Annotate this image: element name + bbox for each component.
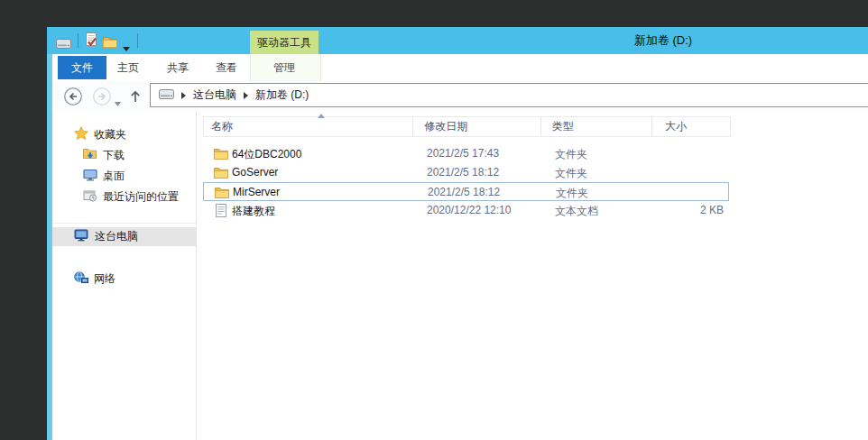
navigation-pane: 收藏夹 下载 桌面 最 <box>52 112 197 440</box>
folder-icon <box>215 186 229 202</box>
star-icon <box>74 126 88 142</box>
drive-icon[interactable] <box>56 36 71 52</box>
folder-icon <box>214 147 228 163</box>
desktop: 驱动器工具 新加卷 (D:) 文件 主页 共享 查看 管理 <box>0 0 868 440</box>
history-caret-icon[interactable] <box>115 94 121 110</box>
sidebar-item-favorites[interactable]: 收藏夹 <box>52 124 196 144</box>
sidebar-item-network[interactable]: 网络 <box>52 269 196 289</box>
explorer-window: 驱动器工具 新加卷 (D:) 文件 主页 共享 查看 管理 <box>47 27 868 440</box>
recent-places-icon <box>83 189 97 205</box>
tab-home[interactable]: 主页 <box>117 54 139 81</box>
this-pc-icon <box>74 229 89 244</box>
file-name: GoServer <box>232 166 278 179</box>
file-row-搭建教程[interactable]: 搭建教程 2020/12/22 12:10 文本文档 2 KB <box>203 201 729 220</box>
file-row-MirServer[interactable]: MirServer 2021/2/5 18:12 文件夹 <box>203 182 729 201</box>
up-icon[interactable] <box>129 88 142 108</box>
breadcrumb-chevron-icon[interactable] <box>244 89 248 102</box>
desktop-icon <box>83 169 97 184</box>
column-headers: 名称 修改日期 类型 大小 <box>203 116 731 137</box>
file-size: 2 KB <box>700 204 724 216</box>
contextual-tab-drive-tools[interactable]: 驱动器工具 <box>250 31 319 54</box>
forward-icon[interactable] <box>92 87 112 110</box>
sidebar-item-label: 网络 <box>94 271 115 287</box>
column-header-type[interactable]: 类型 <box>541 117 653 136</box>
file-type: 文件夹 <box>555 147 587 162</box>
qat-separator <box>137 33 138 48</box>
column-header-name[interactable]: 名称 <box>204 117 413 136</box>
breadcrumb-this-pc[interactable]: 这台电脑 <box>193 87 236 103</box>
file-date: 2021/2/5 18:12 <box>428 186 500 198</box>
file-row-GoServer[interactable]: GoServer 2021/2/5 18:12 文件夹 <box>203 163 729 182</box>
qat-separator <box>78 33 78 48</box>
file-list: 名称 修改日期 类型 大小 64位DBC2000 2021/2/5 17:43 … <box>197 112 868 440</box>
sidebar-group-divider <box>52 223 196 224</box>
file-name: 搭建教程 <box>232 204 275 219</box>
main-content: 收藏夹 下载 桌面 最 <box>52 112 868 440</box>
file-date: 2020/12/22 12:10 <box>427 204 511 216</box>
tab-view[interactable]: 查看 <box>216 54 237 81</box>
ribbon-tab-row: 文件 主页 共享 查看 管理 <box>52 54 868 81</box>
titlebar: 驱动器工具 新加卷 (D:) <box>47 27 868 54</box>
sort-ascending-icon <box>318 114 325 118</box>
file-row-64位DBC2000[interactable]: 64位DBC2000 2021/2/5 17:43 文件夹 <box>203 144 729 163</box>
file-date: 2021/2/5 18:12 <box>427 166 499 179</box>
tab-manage[interactable]: 管理 <box>273 54 295 81</box>
folder-icon[interactable] <box>103 35 117 51</box>
sidebar-item-label: 收藏夹 <box>94 127 126 142</box>
text-file-icon <box>216 204 226 221</box>
sidebar-item-desktop[interactable]: 桌面 <box>52 166 196 186</box>
window-title: 新加卷 (D:) <box>634 27 692 54</box>
downloads-icon <box>83 148 97 163</box>
file-name: 64位DBC2000 <box>232 147 301 162</box>
breadcrumb-new-volume-d[interactable]: 新加卷 (D:) <box>255 87 309 103</box>
column-header-size[interactable]: 大小 <box>652 117 730 136</box>
file-type: 文本文档 <box>555 204 598 219</box>
network-icon <box>74 271 88 287</box>
sidebar-item-downloads[interactable]: 下载 <box>52 145 196 165</box>
address-bar: 这台电脑 新加卷 (D:) <box>52 81 868 112</box>
sidebar-item-label: 这台电脑 <box>95 229 138 244</box>
back-icon[interactable] <box>63 87 83 110</box>
file-type: 文件夹 <box>556 186 588 201</box>
address-input[interactable]: 这台电脑 新加卷 (D:) <box>150 83 868 107</box>
sidebar-item-label: 下载 <box>103 148 125 163</box>
column-header-date-modified[interactable]: 修改日期 <box>413 117 541 136</box>
new-document-check-icon[interactable] <box>85 32 97 51</box>
folder-icon <box>214 166 228 182</box>
sidebar-item-recent-places[interactable]: 最近访问的位置 <box>52 187 196 206</box>
drive-icon <box>159 89 174 102</box>
tab-file[interactable]: 文件 <box>58 56 106 79</box>
breadcrumb-chevron-icon[interactable] <box>181 89 186 102</box>
tab-share[interactable]: 共享 <box>167 54 189 81</box>
file-type: 文件夹 <box>555 166 587 181</box>
sidebar-item-this-pc[interactable]: 这台电脑 <box>52 227 196 246</box>
customize-caret-icon[interactable] <box>123 39 130 55</box>
sidebar-item-label: 最近访问的位置 <box>103 189 179 205</box>
sidebar-item-label: 桌面 <box>103 169 125 184</box>
file-name: MirServer <box>233 186 280 198</box>
file-date: 2021/2/5 17:43 <box>427 147 499 160</box>
